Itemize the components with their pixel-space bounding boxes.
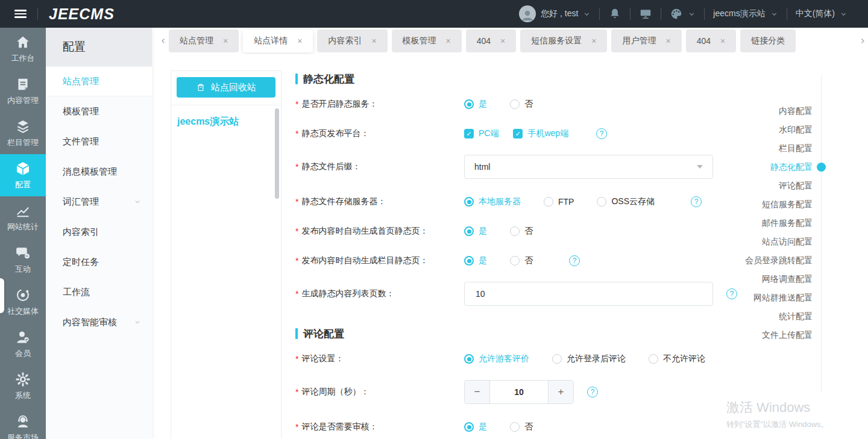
anchor-nav-item[interactable]: 水印配置 <box>745 120 813 139</box>
checkbox-icon: ✓ <box>513 129 523 139</box>
notification-bell-icon[interactable] <box>608 7 621 20</box>
stepper-plus-button[interactable]: + <box>548 381 573 403</box>
checkbox-option[interactable]: ✓手机wep端 <box>513 128 568 139</box>
anchor-nav-item[interactable]: 会员登录跳转配置 <box>745 251 813 270</box>
field-label: *静态页发布平台： <box>295 128 464 139</box>
field-controls: 是否? <box>464 255 580 266</box>
option-label: 不允许评论 <box>663 353 705 364</box>
radio-option[interactable]: OSS云存储 <box>597 196 655 207</box>
tab[interactable]: 站点详情× <box>243 30 313 52</box>
radio-option[interactable]: 是 <box>464 422 487 432</box>
sidebar-item-market[interactable]: 服务市场 <box>0 407 46 439</box>
close-icon[interactable]: × <box>591 36 596 46</box>
tab-scroll-left-icon[interactable] <box>158 30 169 52</box>
sidebar-item-home[interactable]: 工作台 <box>0 28 46 70</box>
anchor-nav-item[interactable]: 栏目配置 <box>745 139 813 158</box>
user-menu[interactable]: 您好 , test <box>519 5 591 22</box>
site-list-item[interactable]: jeecms演示站 <box>171 105 281 128</box>
menu-toggle-icon[interactable] <box>14 10 27 18</box>
radio-option[interactable]: 是 <box>464 99 487 110</box>
close-icon[interactable]: × <box>446 36 451 46</box>
submenu-item[interactable]: 文件管理 <box>46 126 152 157</box>
submenu-item[interactable]: 工作流 <box>46 277 152 307</box>
anchor-nav-item[interactable]: 静态化配置 <box>745 158 813 176</box>
monitor-icon[interactable] <box>639 7 652 20</box>
close-icon[interactable]: × <box>720 36 725 46</box>
anchor-nav-item[interactable]: 统计配置 <box>745 307 813 326</box>
sidebar-item-content[interactable]: 内容管理 <box>0 70 46 112</box>
scrollbar-thumb[interactable] <box>275 108 279 199</box>
close-icon[interactable]: × <box>665 36 670 46</box>
tab-scroll-right-icon[interactable] <box>857 30 868 52</box>
site-recycle-button[interactable]: 站点回收站 <box>177 77 275 98</box>
sidebar-item-category[interactable]: 栏目管理 <box>0 112 46 154</box>
language-selector[interactable]: 中文(简体) <box>796 8 848 19</box>
submenu-item[interactable]: 内容智能审核 <box>46 307 152 337</box>
tab[interactable]: 短信服务设置× <box>520 30 607 52</box>
radio-option[interactable]: 本地服务器 <box>464 196 521 207</box>
help-icon[interactable]: ? <box>691 196 702 207</box>
palette-icon <box>670 7 683 20</box>
anchor-nav-item[interactable]: 网站群推送配置 <box>745 288 813 307</box>
radio-option[interactable]: 不允许评论 <box>649 353 705 364</box>
radio-option[interactable]: 否 <box>510 422 533 432</box>
help-icon[interactable]: ? <box>569 255 580 266</box>
help-icon[interactable]: ? <box>587 387 598 397</box>
sidebar-item-interact[interactable]: 互动 <box>0 238 46 281</box>
anchor-nav-item[interactable]: 内容配置 <box>745 102 813 120</box>
submenu-item-label: 内容索引 <box>63 226 99 238</box>
sidebar-item-label: 社交媒体 <box>7 306 39 317</box>
tab[interactable]: 站点管理× <box>169 30 239 52</box>
submenu-item[interactable]: 词汇管理 <box>46 187 152 217</box>
anchor-nav-item[interactable]: 短信服务配置 <box>745 195 813 214</box>
text-field <box>464 282 713 306</box>
radio-option[interactable]: 允许登录后评论 <box>552 353 626 364</box>
stepper-input[interactable] <box>490 381 548 403</box>
radio-option[interactable]: 允许游客评价 <box>464 353 529 364</box>
radio-option[interactable]: 是 <box>464 255 487 266</box>
submenu-item[interactable]: 消息模板管理 <box>46 157 152 187</box>
stepper-minus-button[interactable]: − <box>465 381 490 403</box>
anchor-nav-item[interactable]: 文件上传配置 <box>745 326 813 344</box>
anchor-nav-item[interactable]: 评论配置 <box>745 176 813 195</box>
theme-menu[interactable] <box>670 7 696 20</box>
tab[interactable]: 内容索引× <box>317 30 387 52</box>
anchor-nav-item[interactable]: 邮件服务配置 <box>745 214 813 232</box>
radio-option[interactable]: 否 <box>510 255 533 266</box>
radio-option[interactable]: 是 <box>464 226 487 237</box>
drawer-handle[interactable] <box>0 278 4 313</box>
submenu-item[interactable]: 定时任务 <box>46 247 152 277</box>
sidebar-item-system[interactable]: 系统 <box>0 365 46 407</box>
anchor-nav-item[interactable]: 站点访问配置 <box>745 232 813 251</box>
section-title: 静态化配置 <box>295 72 802 86</box>
close-icon[interactable]: × <box>500 36 505 46</box>
sidebar-item-config[interactable]: 配置 <box>0 154 46 196</box>
close-icon[interactable]: × <box>371 36 376 46</box>
close-icon[interactable]: × <box>297 36 302 46</box>
app-logo: JEECMS <box>49 5 115 23</box>
tab[interactable]: 链接分类 <box>740 30 796 52</box>
tab[interactable]: 模板管理× <box>392 30 462 52</box>
select-field[interactable]: html <box>464 155 713 179</box>
sidebar-item-social[interactable]: 社交媒体 <box>0 281 46 323</box>
sidebar-item-label: 工作台 <box>11 53 35 64</box>
sidebar-item-member[interactable]: 会员 <box>0 323 46 365</box>
radio-option[interactable]: 否 <box>510 226 533 237</box>
radio-option[interactable]: 否 <box>510 99 533 110</box>
tab[interactable]: 404× <box>466 30 517 52</box>
checkbox-option[interactable]: ✓PC端 <box>464 128 498 139</box>
submenu-item[interactable]: 模板管理 <box>46 96 152 126</box>
close-icon[interactable]: × <box>223 36 228 46</box>
submenu-item[interactable]: 内容索引 <box>46 217 152 247</box>
field-label-text: 评论周期（秒）： <box>301 387 369 397</box>
radio-option[interactable]: FTP <box>544 197 574 207</box>
site-selector[interactable]: jeecms演示站 <box>713 8 778 19</box>
sidebar-item-stats[interactable]: 网站统计 <box>0 196 46 238</box>
tab[interactable]: 404× <box>686 30 737 52</box>
anchor-nav-item[interactable]: 网络调查配置 <box>745 270 813 288</box>
tab[interactable]: 用户管理× <box>611 30 681 52</box>
text-input[interactable] <box>474 288 703 299</box>
submenu-item[interactable]: 站点管理 <box>46 66 152 96</box>
help-icon[interactable]: ? <box>726 288 737 299</box>
help-icon[interactable]: ? <box>596 128 607 139</box>
